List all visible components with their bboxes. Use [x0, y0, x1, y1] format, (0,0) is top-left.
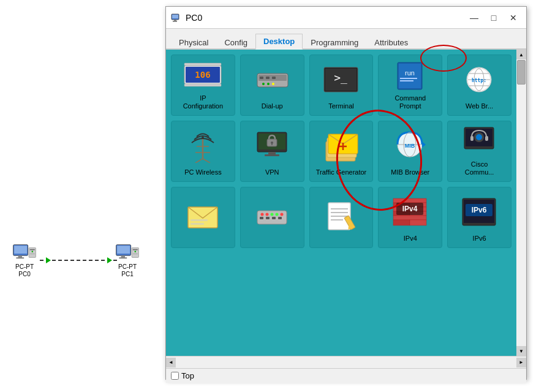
svg-point-84	[260, 213, 263, 216]
scroll-down-arrow[interactable]: ▼	[516, 346, 526, 356]
ip-config-label: IPConfiguration	[183, 94, 223, 110]
vpn-label: VPN	[265, 168, 279, 176]
cisco-community-app[interactable]: CiscoCommu...	[447, 121, 511, 182]
scroll-thumb[interactable]	[517, 60, 526, 85]
ipv6-app[interactable]: IPv6 IPv6	[447, 187, 511, 248]
svg-text:IPv4: IPv4	[402, 205, 418, 213]
top-label: Top	[181, 371, 194, 380]
svg-rect-108	[393, 220, 410, 225]
vpn-app[interactable]: VPN	[240, 121, 304, 182]
pc-wireless-label: PC Wireless	[184, 168, 222, 176]
svg-rect-35	[272, 77, 276, 79]
web-browser-icon-area: http:	[450, 60, 508, 100]
ip-configuration-app[interactable]: 106 IPConfiguration	[171, 55, 235, 116]
svg-rect-90	[266, 217, 270, 219]
desktop-content: 106 IPConfiguration	[166, 50, 526, 356]
close-button[interactable]: ✕	[505, 12, 521, 24]
tab-bar: Physical Config Desktop Programming Attr…	[166, 29, 526, 50]
svg-text:>_: >_	[334, 71, 348, 84]
svg-rect-42	[400, 78, 417, 79]
tab-attributes[interactable]: Attributes	[366, 35, 416, 50]
svg-rect-15	[132, 247, 138, 257]
svg-rect-79	[485, 136, 488, 141]
pc1-device[interactable]: PC-PTPC1	[115, 244, 140, 278]
pc-wireless-icon-area	[174, 126, 232, 166]
svg-point-85	[265, 213, 268, 216]
unknown2-app[interactable]	[309, 187, 374, 248]
svg-rect-7	[30, 254, 35, 254]
svg-rect-12	[117, 246, 130, 254]
cisco-commu-icon-area	[450, 124, 508, 158]
title-icon	[171, 12, 182, 23]
pc0-window: PC0 — □ ✕ Physical Config Desktop Progra…	[165, 6, 527, 380]
window-controls: — □ ✕	[466, 12, 521, 24]
web-browser-app[interactable]: http: Web Br...	[447, 55, 511, 116]
svg-text:run: run	[405, 69, 415, 77]
cisco-commu-icon	[459, 124, 499, 158]
svg-point-86	[270, 213, 273, 216]
ipv6-icon: IPv6	[459, 195, 499, 229]
unknown1-icon-area	[243, 192, 301, 240]
top-checkbox[interactable]	[171, 372, 179, 380]
svg-point-6	[32, 251, 33, 252]
traffic-generator-app[interactable]: Traffic Generator	[309, 121, 374, 182]
svg-rect-109	[410, 220, 426, 225]
svg-point-32	[272, 83, 274, 85]
traffic-gen-label: Traffic Generator	[316, 168, 367, 176]
maximize-button[interactable]: □	[486, 12, 502, 24]
svg-rect-78	[470, 136, 473, 141]
dialup-app[interactable]: Dial-up	[240, 55, 304, 116]
svg-rect-34	[266, 77, 270, 79]
svg-rect-13	[121, 255, 125, 257]
vertical-scrollbar[interactable]: ▲ ▼	[516, 50, 526, 356]
scroll-left-arrow[interactable]: ◄	[166, 358, 176, 368]
command-prompt-icon: run	[390, 61, 430, 91]
minimize-button[interactable]: —	[466, 12, 482, 24]
svg-rect-82	[191, 223, 204, 225]
mib-browser-app[interactable]: MIB MIB Browser	[378, 121, 442, 182]
svg-rect-1	[14, 246, 27, 254]
command-prompt-app[interactable]: run CommandPrompt	[378, 55, 442, 116]
tab-physical[interactable]: Physical	[171, 35, 216, 50]
svg-rect-14	[119, 257, 127, 258]
dialup-label: Dial-up	[262, 102, 283, 110]
dialup-icon	[252, 64, 292, 95]
svg-line-52	[195, 159, 203, 163]
unknown2-icon	[321, 200, 361, 233]
svg-rect-22	[173, 21, 177, 22]
scroll-right-arrow[interactable]: ►	[516, 358, 526, 368]
tab-programming[interactable]: Programming	[303, 35, 366, 50]
email-app[interactable]	[171, 187, 235, 248]
email-icon	[183, 200, 223, 233]
tab-config[interactable]: Config	[216, 35, 255, 50]
terminal-icon: >_	[321, 64, 361, 95]
ipv4-label: IPv4	[404, 235, 417, 243]
ipv4-app[interactable]: IPv4 IPv4	[378, 187, 442, 248]
svg-rect-18	[133, 254, 138, 254]
ipv4-icon-area: IPv4	[381, 192, 439, 232]
svg-point-56	[202, 137, 204, 139]
tab-desktop[interactable]: Desktop	[255, 34, 303, 50]
svg-point-60	[271, 141, 273, 144]
ipv6-label: IPv6	[473, 235, 486, 243]
unknown1-app[interactable]	[240, 187, 304, 248]
network-connection	[40, 254, 119, 266]
svg-point-88	[280, 213, 283, 216]
svg-rect-27	[184, 84, 221, 86]
vpn-icon-area	[243, 126, 301, 166]
scroll-up-arrow[interactable]: ▲	[516, 50, 526, 59]
svg-rect-92	[278, 217, 282, 219]
pc0-device[interactable]: PC-PTPC0	[12, 244, 37, 278]
scroll-track	[516, 59, 526, 346]
status-bar: Top	[166, 368, 526, 383]
terminal-icon-area: >_	[312, 60, 371, 100]
svg-text:MIB: MIB	[405, 143, 415, 149]
svg-marker-70	[422, 141, 426, 148]
svg-rect-21	[174, 20, 176, 21]
svg-rect-63	[265, 154, 279, 156]
dialup-icon-area	[243, 60, 301, 100]
terminal-app[interactable]: >_ Terminal	[309, 55, 374, 116]
scroll-track-h	[176, 356, 516, 368]
pc-wireless-app[interactable]: PC Wireless	[171, 121, 235, 182]
svg-rect-2	[18, 255, 22, 257]
